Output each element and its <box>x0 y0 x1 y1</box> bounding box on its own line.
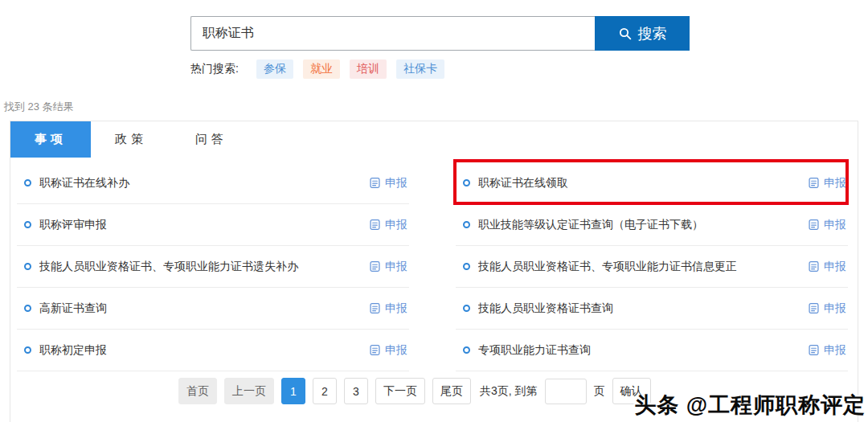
tab-3[interactable]: 问答 <box>171 121 252 158</box>
apply-link-label: 申报 <box>385 260 407 274</box>
apply-link[interactable]: 申报 <box>808 176 846 191</box>
result-item[interactable]: 职称证书在线领取申报 <box>456 162 848 204</box>
form-icon <box>808 219 820 231</box>
apply-link[interactable]: 申报 <box>369 260 407 274</box>
page-number-button-2[interactable]: 2 <box>313 378 337 404</box>
form-icon <box>369 344 381 356</box>
hot-tag-2[interactable]: 就业 <box>303 59 340 79</box>
hot-tag-4[interactable]: 社保卡 <box>396 59 444 79</box>
apply-link[interactable]: 申报 <box>808 343 846 358</box>
result-count: 找到 23 条结果 <box>4 100 74 114</box>
apply-link[interactable]: 申报 <box>369 218 407 232</box>
bullet-icon <box>463 221 470 228</box>
result-item[interactable]: 技能人员职业资格证书、专项职业能力证书遗失补办申报 <box>17 246 409 288</box>
apply-link-label: 申报 <box>385 343 407 358</box>
form-icon <box>808 302 820 314</box>
apply-link[interactable]: 申报 <box>808 260 846 274</box>
bullet-icon <box>463 305 470 312</box>
result-item[interactable]: 技能人员职业资格证书、专项职业能力证书信息更正申报 <box>456 246 848 288</box>
bullet-icon <box>24 305 31 312</box>
bullet-icon <box>463 346 470 354</box>
page-last-button[interactable]: 尾页 <box>432 378 471 404</box>
apply-link-label: 申报 <box>824 176 846 191</box>
result-item-label: 高新证书查询 <box>39 301 369 316</box>
tab-2[interactable]: 政策 <box>91 121 171 158</box>
tab-1[interactable]: 事项 <box>10 121 91 158</box>
bullet-icon <box>24 221 31 228</box>
apply-link-label: 申报 <box>385 176 407 191</box>
form-icon <box>808 177 820 189</box>
apply-link[interactable]: 申报 <box>808 301 846 316</box>
hot-search-label: 热门搜索: <box>190 62 239 76</box>
results-panel: 事项政策问答 职称证书在线补办申报职称评审申报申报技能人员职业资格证书、专项职业… <box>10 121 858 422</box>
page-jump-input[interactable] <box>545 379 587 404</box>
page-summary-text: 共3页, 到第 <box>480 384 538 399</box>
search-bar: 搜索 <box>190 16 690 51</box>
result-item[interactable]: 职称评审申报申报 <box>17 204 409 246</box>
search-input[interactable] <box>190 16 595 51</box>
result-item-label: 职称评审申报 <box>39 218 369 232</box>
result-item[interactable]: 技能人员职业资格证书查询申报 <box>456 288 848 330</box>
watermark-text: 头条 @工程师职称评定 <box>634 391 866 420</box>
tab-bar: 事项政策问答 <box>10 121 858 158</box>
search-button[interactable]: 搜索 <box>595 16 690 51</box>
apply-link[interactable]: 申报 <box>369 343 407 358</box>
pagination: 首页上一页123下一页尾页共3页, 到第页确认 <box>178 378 651 404</box>
result-item-label: 专项职业能力证书查询 <box>478 343 808 358</box>
apply-link-label: 申报 <box>824 301 846 316</box>
result-item-label: 职称初定申报 <box>39 343 369 358</box>
page-number-button-1[interactable]: 1 <box>281 378 305 404</box>
result-item[interactable]: 高新证书查询申报 <box>17 288 409 330</box>
result-item[interactable]: 职业技能等级认定证书查询（电子证书下载）申报 <box>456 204 848 246</box>
page-first-button[interactable]: 首页 <box>178 378 217 404</box>
result-item-label: 职称证书在线补办 <box>39 176 369 191</box>
result-item-label: 职业技能等级认定证书查询（电子证书下载） <box>478 218 808 232</box>
apply-link[interactable]: 申报 <box>369 176 407 191</box>
results-column-right: 职称证书在线领取申报职业技能等级认定证书查询（电子证书下载）申报技能人员职业资格… <box>456 162 848 371</box>
page-prev-button[interactable]: 上一页 <box>224 378 274 404</box>
hot-tag-1[interactable]: 参保 <box>256 59 293 79</box>
bullet-icon <box>24 179 31 186</box>
form-icon <box>369 302 381 314</box>
apply-link-label: 申报 <box>385 218 407 232</box>
apply-link-label: 申报 <box>824 343 846 358</box>
search-button-label: 搜索 <box>638 24 667 43</box>
search-icon <box>618 27 633 41</box>
bullet-icon <box>463 263 470 270</box>
page-number-button-3[interactable]: 3 <box>344 378 368 404</box>
bullet-icon <box>463 179 470 186</box>
bullet-icon <box>24 346 31 354</box>
form-icon <box>369 219 381 231</box>
hot-tag-3[interactable]: 培训 <box>350 59 387 79</box>
page-unit-label: 页 <box>594 384 605 399</box>
result-item-label: 职称证书在线领取 <box>478 176 808 191</box>
form-icon <box>369 177 381 189</box>
apply-link-label: 申报 <box>385 301 407 316</box>
form-icon <box>808 344 820 356</box>
result-item-label: 技能人员职业资格证书、专项职业能力证书遗失补办 <box>39 260 369 274</box>
results-column-left: 职称证书在线补办申报职称评审申报申报技能人员职业资格证书、专项职业能力证书遗失补… <box>17 162 409 371</box>
page-next-button[interactable]: 下一页 <box>375 378 425 404</box>
bullet-icon <box>24 263 31 270</box>
hot-search-row: 热门搜索: 参保就业培训社保卡 <box>190 59 454 79</box>
result-item[interactable]: 专项职业能力证书查询申报 <box>456 330 848 371</box>
apply-link[interactable]: 申报 <box>808 218 846 232</box>
apply-link-label: 申报 <box>824 260 846 274</box>
result-item[interactable]: 职称证书在线补办申报 <box>17 162 409 204</box>
result-item-label: 技能人员职业资格证书、专项职业能力证书信息更正 <box>478 260 808 274</box>
result-item-label: 技能人员职业资格证书查询 <box>478 301 808 316</box>
form-icon <box>808 260 820 272</box>
apply-link-label: 申报 <box>824 218 846 232</box>
form-icon <box>369 260 381 272</box>
result-item[interactable]: 职称初定申报申报 <box>17 330 409 371</box>
hot-search-tags: 参保就业培训社保卡 <box>256 59 454 79</box>
results-list: 职称证书在线补办申报职称评审申报申报技能人员职业资格证书、专项职业能力证书遗失补… <box>10 158 858 371</box>
apply-link[interactable]: 申报 <box>369 301 407 316</box>
